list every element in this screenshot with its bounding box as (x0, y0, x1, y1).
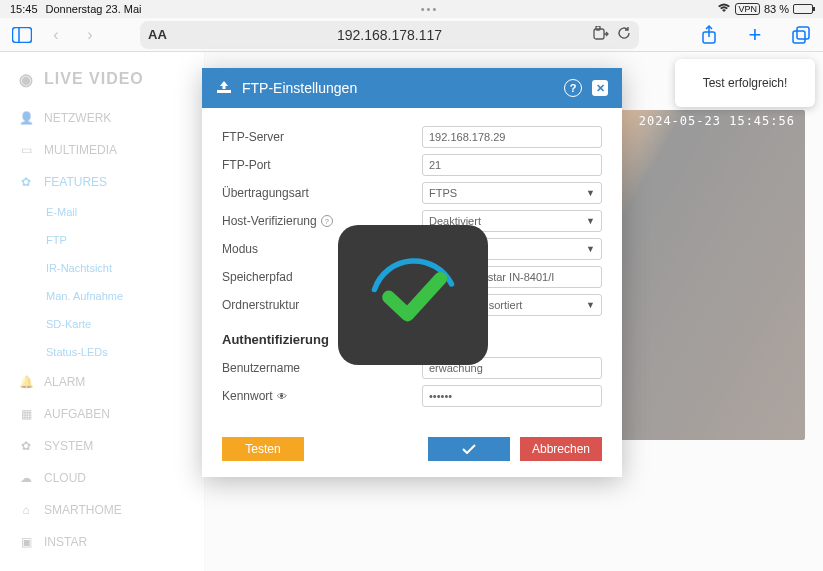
svg-rect-6 (793, 31, 805, 43)
url-text: 192.168.178.117 (337, 27, 442, 43)
tabs-icon[interactable] (787, 21, 815, 49)
close-icon[interactable]: ✕ (592, 80, 608, 96)
vpn-badge: VPN (735, 3, 760, 15)
reload-icon[interactable] (617, 26, 631, 43)
new-tab-icon[interactable]: + (741, 21, 769, 49)
sidebar-toggle-icon[interactable] (8, 21, 36, 49)
check-icon (462, 444, 476, 454)
status-time: 15:45 (10, 3, 38, 15)
input-pass[interactable] (422, 385, 602, 407)
chevron-down-icon: ▼ (586, 188, 595, 198)
upload-icon (216, 80, 232, 97)
label-transfer: Übertragungsart (222, 186, 422, 200)
status-dots: ••• (142, 3, 718, 15)
input-ftp-server[interactable] (422, 126, 602, 148)
status-bar: 15:45 Donnerstag 23. Mai ••• VPN 83 % (0, 0, 823, 18)
wifi-icon (717, 3, 731, 15)
status-date: Donnerstag 23. Mai (46, 3, 142, 15)
address-bar[interactable]: AA 192.168.178.117 (140, 21, 639, 49)
success-overlay (338, 225, 488, 365)
input-ftp-port[interactable] (422, 154, 602, 176)
modal-header: FTP-Einstellungen ? ✕ (202, 68, 622, 108)
chevron-down-icon: ▼ (586, 300, 595, 310)
battery-icon (793, 4, 813, 14)
browser-toolbar: ‹ › AA 192.168.178.117 + (0, 18, 823, 52)
svg-rect-7 (797, 27, 809, 39)
select-transfer[interactable]: FTPS▼ (422, 182, 602, 204)
label-pass: Kennwort 👁 (222, 389, 422, 403)
share-icon[interactable] (695, 21, 723, 49)
chevron-down-icon: ▼ (586, 244, 595, 254)
success-check-icon (358, 240, 468, 350)
toast-success: Test erfolgreich! (675, 59, 815, 107)
help-icon-small[interactable]: ? (321, 215, 333, 227)
label-ftp-server: FTP-Server (222, 130, 422, 144)
extensions-icon[interactable] (593, 26, 609, 43)
modal-title: FTP-Einstellungen (242, 80, 357, 96)
ok-button[interactable] (428, 437, 510, 461)
back-button[interactable]: ‹ (42, 21, 70, 49)
test-button[interactable]: Testen (222, 437, 304, 461)
svg-rect-0 (13, 27, 32, 42)
help-icon[interactable]: ? (564, 79, 582, 97)
toast-message: Test erfolgreich! (703, 76, 788, 90)
chevron-down-icon: ▼ (586, 216, 595, 226)
forward-button[interactable]: › (76, 21, 104, 49)
label-ftp-port: FTP-Port (222, 158, 422, 172)
eye-icon[interactable]: 👁 (277, 391, 287, 402)
battery-pct: 83 % (764, 3, 789, 15)
svg-rect-8 (217, 90, 231, 93)
aa-button[interactable]: AA (148, 27, 167, 42)
svg-rect-3 (596, 26, 600, 30)
cancel-button[interactable]: Abbrechen (520, 437, 602, 461)
